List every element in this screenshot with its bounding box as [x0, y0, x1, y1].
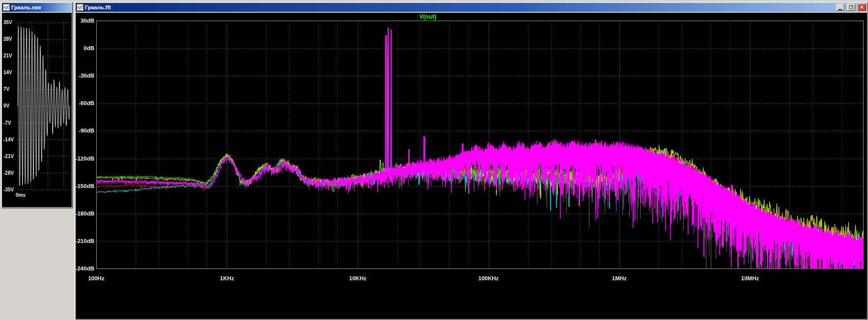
- x-axis-tick-label: 1MHz: [612, 275, 627, 281]
- close-button[interactable]: ✕: [858, 4, 866, 11]
- raw-plot-area[interactable]: 35V28V21V14V7V0V-7V-14V-21V-28V-35V 0ms: [2, 13, 72, 207]
- fft-plot-canvas[interactable]: [76, 13, 867, 319]
- maximize-button[interactable]: ❐: [847, 4, 855, 11]
- minimize-button[interactable]: ▁: [836, 4, 844, 11]
- raw-plot-canvas[interactable]: [2, 13, 72, 207]
- raw-window: Грааль.raw 35V28V21V14V7V0V-7V-14V-21V-2…: [1, 2, 73, 208]
- x-axis-tick-label: 10KHz: [349, 275, 366, 281]
- waveform-window-icon: [77, 4, 84, 11]
- fft-plot-area[interactable]: V(out) 30dB0dB-30dB-60dB-90dB-120dB-150d…: [76, 13, 867, 319]
- x-axis-tick-label: 100Hz: [88, 275, 104, 281]
- x-axis-tick-label: 1KHz: [220, 275, 234, 281]
- x-axis-tick-label: 10MHz: [741, 275, 759, 281]
- x-axis-tick-label: 100KHz: [478, 275, 499, 281]
- raw-x-axis-label: 0ms: [16, 192, 26, 198]
- waveform-window-icon: [3, 4, 10, 11]
- raw-titlebar[interactable]: Грааль.raw: [2, 3, 72, 12]
- fft-titlebar[interactable]: Грааль.fft ▁ ❐ ✕: [76, 3, 867, 12]
- fft-window-title: Грааль.fft: [85, 4, 111, 10]
- fft-trace-label[interactable]: V(out): [420, 13, 437, 20]
- fft-window: Грааль.fft ▁ ❐ ✕ V(out) 30dB0dB-30dB-60d…: [75, 2, 868, 320]
- raw-window-title: Грааль.raw: [11, 4, 41, 10]
